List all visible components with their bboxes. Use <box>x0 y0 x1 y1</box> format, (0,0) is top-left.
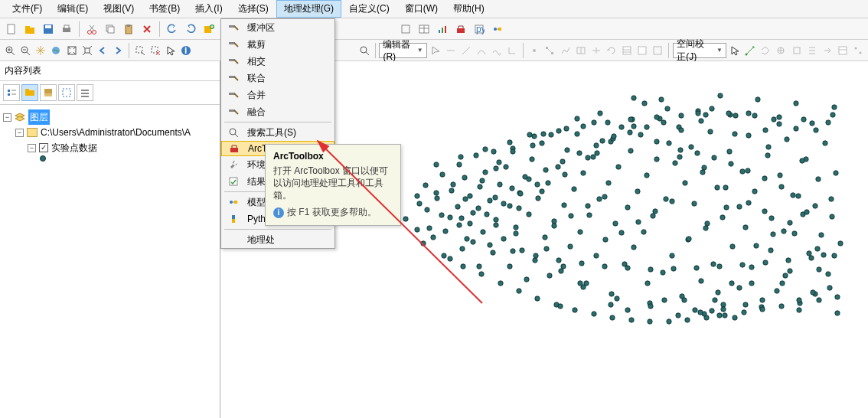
svg-point-213 <box>625 266 630 270</box>
cut-icon[interactable] <box>83 21 100 38</box>
select-features-icon[interactable] <box>133 42 147 59</box>
select-elements-icon[interactable] <box>164 42 178 59</box>
zoom-in-icon[interactable] <box>3 42 17 59</box>
menu-help[interactable]: 帮助(H) <box>445 0 492 18</box>
identify-icon[interactable]: i <box>179 42 193 59</box>
multi-link-icon[interactable] <box>759 42 772 59</box>
svg-point-35 <box>533 49 536 52</box>
attribute-transfer-icon[interactable] <box>821 42 834 59</box>
back-extent-icon[interactable] <box>96 42 109 59</box>
links-table-icon[interactable] <box>836 42 850 59</box>
svg-point-318 <box>628 130 632 135</box>
modelbuilder-icon[interactable] <box>489 21 506 38</box>
paste-icon[interactable] <box>120 21 137 38</box>
table-icon[interactable] <box>416 21 432 38</box>
menu-merge[interactable]: 合并 <box>221 87 334 103</box>
graph-icon[interactable] <box>434 21 451 38</box>
menu-file[interactable]: 文件(F) <box>5 0 50 18</box>
svg-point-279 <box>783 273 788 278</box>
reshape-icon[interactable] <box>559 42 573 59</box>
limited-adj-icon[interactable] <box>790 42 804 59</box>
python-icon[interactable]: py <box>471 21 488 38</box>
edit-tool-icon[interactable] <box>429 42 442 59</box>
toc-tab-list-by-visibility[interactable] <box>40 84 57 101</box>
control-points-icon[interactable] <box>851 42 865 59</box>
editor-dropdown[interactable]: 编辑器(R)▼ <box>379 43 426 58</box>
menu-customize[interactable]: 自定义(C) <box>341 0 397 18</box>
toc-tab-list-by-source[interactable] <box>21 84 38 101</box>
menu-dissolve[interactable]: 融合 <box>221 103 334 120</box>
delete-icon[interactable] <box>139 21 155 38</box>
toolbox-icon[interactable] <box>452 21 469 38</box>
print-icon[interactable] <box>58 21 75 38</box>
tree-root-layers[interactable]: − 图层 <box>3 109 217 125</box>
spatial-adjustment-dropdown[interactable]: 空间校正(J)▼ <box>673 43 726 58</box>
split-icon[interactable] <box>589 42 603 59</box>
menu-windows[interactable]: 窗口(W) <box>397 0 445 18</box>
sketch-prop-icon[interactable] <box>635 42 649 59</box>
find-icon[interactable] <box>357 42 371 59</box>
svg-point-181 <box>832 105 837 109</box>
displacement-link-icon[interactable] <box>743 42 757 59</box>
straight-segment-icon[interactable] <box>459 42 473 59</box>
pan-icon[interactable] <box>34 42 47 59</box>
edit-annotation-icon[interactable] <box>444 42 458 59</box>
trace-icon[interactable] <box>490 42 504 59</box>
menu-insert[interactable]: 插入(I) <box>188 0 230 18</box>
svg-point-96 <box>562 203 566 207</box>
fixed-zoom-in-icon[interactable] <box>65 42 79 59</box>
svg-point-76 <box>498 182 502 187</box>
tree-layer-symbol[interactable] <box>3 155 217 162</box>
attributes-icon[interactable] <box>620 42 634 59</box>
toc-tab-list-by-selection[interactable] <box>58 84 75 101</box>
edit-vertices-icon[interactable] <box>543 42 556 59</box>
menu-intersect[interactable]: 相交 <box>221 53 334 70</box>
endpoint-arc-icon[interactable] <box>475 42 488 59</box>
editor-toolbar-icon[interactable] <box>397 21 414 38</box>
full-extent-icon[interactable] <box>49 42 63 59</box>
svg-point-148 <box>727 149 732 154</box>
toc-tab-options[interactable] <box>77 84 93 101</box>
menu-clip[interactable]: 裁剪 <box>221 36 334 53</box>
menu-buffer[interactable]: 缓冲区 <box>221 19 334 36</box>
menu-view[interactable]: 视图(V) <box>96 0 142 18</box>
toc-tab-list-by-drawing[interactable] <box>3 84 20 101</box>
svg-point-125 <box>654 157 659 162</box>
identity-link-icon[interactable] <box>774 42 788 59</box>
svg-point-101 <box>578 230 582 234</box>
undo-icon[interactable] <box>164 21 181 38</box>
edge-match-icon[interactable] <box>805 42 819 59</box>
expander-icon[interactable]: − <box>15 129 24 137</box>
zoom-out-icon[interactable] <box>18 42 32 59</box>
create-features-icon[interactable] <box>651 42 664 59</box>
add-data-icon[interactable] <box>201 21 217 38</box>
save-icon[interactable] <box>40 21 57 38</box>
menu-geoprocessing[interactable]: 地理处理(G) <box>276 0 341 18</box>
right-angle-icon[interactable] <box>505 42 519 59</box>
svg-point-166 <box>785 137 789 142</box>
menu-bookmarks[interactable]: 书签(B) <box>142 0 188 18</box>
tree-folder-path[interactable]: − C:\Users\Administrator\Documents\A <box>3 125 217 140</box>
open-icon[interactable] <box>21 21 38 38</box>
next-extent-icon[interactable] <box>111 42 125 59</box>
menu-geoprocessing-options[interactable]: 地理处 <box>221 231 334 248</box>
new-doc-icon[interactable] <box>3 21 20 38</box>
select-arrow-icon[interactable] <box>728 42 742 59</box>
menu-edit[interactable]: 编辑(E) <box>50 0 96 18</box>
cut-polygons-icon[interactable] <box>574 42 588 59</box>
expander-icon[interactable]: − <box>3 113 11 122</box>
rotate-icon[interactable] <box>605 42 618 59</box>
tree-layer-item[interactable]: − ✓ 实验点数据 <box>3 140 217 155</box>
expander-icon[interactable]: − <box>28 144 36 152</box>
fixed-zoom-out-icon[interactable] <box>80 42 94 59</box>
menu-selection[interactable]: 选择(S) <box>230 0 276 18</box>
menu-union[interactable]: 联合 <box>221 70 334 87</box>
clear-select-icon[interactable] <box>148 42 162 59</box>
checkbox-icon[interactable]: ✓ <box>39 143 48 152</box>
point-icon[interactable] <box>527 42 541 59</box>
redo-icon[interactable] <box>182 21 199 38</box>
menu-search-tools[interactable]: 搜索工具(S) <box>221 124 334 141</box>
svg-point-367 <box>612 134 616 139</box>
copy-icon[interactable] <box>102 21 119 38</box>
svg-point-186 <box>479 272 484 276</box>
